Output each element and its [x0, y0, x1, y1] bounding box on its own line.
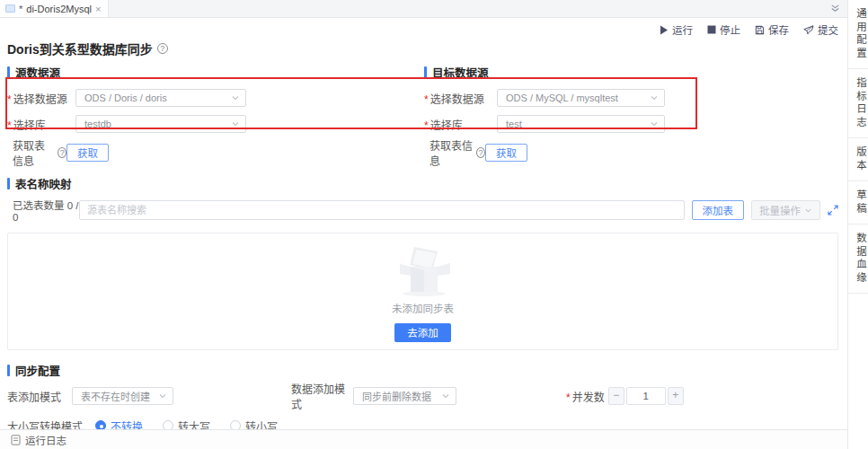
chevron-down-icon — [650, 93, 659, 102]
concurrency-input[interactable] — [626, 387, 666, 405]
task-type-icon — [5, 4, 15, 13]
stop-icon — [707, 25, 716, 34]
target-fetch-row: 获取表信息 ? 获取 — [424, 144, 847, 162]
source-db-row: *选择库 testdb — [7, 115, 424, 133]
tab-label: di-Doris2Mysql — [26, 4, 92, 14]
required-mark: * — [566, 392, 571, 404]
main-area: * di-Doris2Mysql × 运行 — [0, 0, 848, 449]
source-panel: 源数据源 *选择数据源 ODS / Doris / doris *选择库 tes… — [7, 65, 424, 162]
source-db-label: 选择库 — [13, 119, 46, 132]
radio-lowercase[interactable]: 转小写 — [230, 418, 278, 430]
sidebar-item-data-lineage[interactable]: 数据血缘 — [848, 224, 868, 294]
chevron-down-icon — [231, 93, 240, 102]
sync-mode-row: 表添加模式 表不存在时创建 数据添加模式 同步前删除数据 *并发数 − + — [7, 387, 847, 405]
content-area: 运行 停止 保存 — [0, 18, 847, 429]
sidebar-item-version[interactable]: 版本 — [848, 138, 868, 181]
submit-button[interactable]: 提交 — [803, 22, 838, 37]
section-accent-bar — [7, 178, 10, 189]
table-mapping-panel: 未添加同步表 去添加 — [7, 233, 838, 350]
help-icon[interactable]: ? — [58, 147, 66, 158]
data-add-mode-label: 数据添加模式 — [291, 381, 353, 411]
datasource-columns: 源数据源 *选择数据源 ODS / Doris / doris *选择库 tes… — [7, 65, 847, 162]
fullscreen-expand-icon[interactable] — [828, 205, 838, 216]
required-mark: * — [424, 119, 429, 132]
required-mark: * — [424, 93, 429, 106]
source-db-select[interactable]: testdb — [75, 115, 246, 133]
right-sidebar: 通用配置 指标日志 版本 草稿 数据血缘 — [848, 0, 868, 449]
sync-config-section-header: 同步配置 — [7, 363, 847, 377]
play-icon — [660, 25, 669, 35]
run-log-bar[interactable]: 运行日志 — [0, 429, 847, 449]
section-accent-bar — [7, 365, 10, 376]
table-search-input[interactable] — [79, 200, 685, 220]
target-datasource-row: *选择数据源 ODS / MySQL / mysqltest — [424, 89, 847, 107]
sidebar-item-draft[interactable]: 草稿 — [848, 181, 868, 224]
source-fetch-label: 获取表信息 — [13, 137, 54, 168]
run-log-label: 运行日志 — [25, 433, 66, 447]
table-add-mode-label: 表添加模式 — [7, 389, 72, 404]
radio-no-convert[interactable]: 不转换 — [95, 418, 143, 430]
mapping-section-header: 表名称映射 — [7, 176, 847, 190]
concurrency-label: 并发数 — [572, 392, 605, 404]
tab-close-icon[interactable]: × — [95, 4, 101, 14]
page-title: Doris到关系型数据库同步 ? — [7, 40, 847, 57]
case-mode-row: 大小写转换模式 不转换 转大写 转小写 — [7, 417, 847, 429]
radio-icon — [163, 420, 173, 429]
batch-operation-button[interactable]: 批量操作 — [751, 200, 820, 220]
target-fetch-label: 获取表信息 — [430, 137, 473, 168]
case-mode-label: 大小写转换模式 — [7, 418, 83, 430]
source-datasource-label: 选择数据源 — [13, 93, 67, 106]
target-fetch-button[interactable]: 获取 — [485, 144, 527, 162]
chevron-down-icon — [650, 119, 659, 128]
sidebar-item-general-config[interactable]: 通用配置 — [848, 0, 868, 69]
chevron-down-icon — [441, 392, 450, 401]
chevron-down-icon — [158, 392, 167, 401]
stepper-increase-button[interactable]: + — [668, 387, 684, 405]
empty-state-text: 未添加同步表 — [392, 301, 454, 315]
target-db-row: *选择库 test — [424, 115, 847, 133]
add-table-button[interactable]: 添加表 — [692, 200, 745, 220]
required-mark: * — [7, 119, 12, 132]
target-db-select[interactable]: test — [497, 115, 665, 133]
concurrency-stepper: − + — [608, 387, 684, 405]
unsaved-marker: * — [19, 4, 22, 14]
target-datasource-label: 选择数据源 — [430, 93, 484, 106]
radio-icon — [230, 420, 241, 429]
run-button[interactable]: 运行 — [660, 22, 693, 37]
help-icon[interactable]: ? — [157, 43, 168, 54]
help-icon[interactable]: ? — [476, 147, 485, 158]
section-accent-bar — [7, 66, 10, 78]
empty-box-illustration — [391, 242, 456, 297]
stepper-decrease-button[interactable]: − — [608, 387, 624, 405]
document-icon — [11, 435, 21, 445]
data-add-mode-select[interactable]: 同步前删除数据 — [353, 387, 456, 405]
go-add-button[interactable]: 去添加 — [394, 323, 451, 342]
section-accent-bar — [424, 66, 427, 78]
tab-bar: * di-Doris2Mysql × — [0, 0, 847, 18]
app-window: * di-Doris2Mysql × 运行 — [0, 0, 868, 449]
save-button[interactable]: 保存 — [755, 22, 789, 37]
sidebar-item-metrics-log[interactable]: 指标日志 — [848, 69, 868, 138]
selected-table-count: 已选表数量 0 / 0 — [7, 198, 79, 223]
source-datasource-select[interactable]: ODS / Doris / doris — [75, 89, 246, 107]
radio-uppercase[interactable]: 转大写 — [163, 418, 210, 430]
save-icon — [755, 25, 765, 35]
collapse-tabs-button[interactable] — [823, 0, 847, 17]
table-add-mode-select[interactable]: 表不存在时创建 — [72, 387, 173, 405]
paper-plane-icon — [803, 25, 814, 35]
source-fetch-button[interactable]: 获取 — [66, 144, 109, 162]
stop-button[interactable]: 停止 — [707, 22, 740, 37]
chevron-down-icon — [804, 207, 812, 215]
source-datasource-row: *选择数据源 ODS / Doris / doris — [7, 89, 424, 107]
source-fetch-row: 获取表信息 ? 获取 — [7, 144, 424, 162]
target-db-label: 选择库 — [430, 119, 463, 132]
action-toolbar: 运行 停止 保存 — [7, 18, 847, 38]
target-section-header: 目标数据源 — [424, 65, 847, 79]
chevron-double-down-icon — [830, 4, 840, 13]
target-datasource-select[interactable]: ODS / MySQL / mysqltest — [497, 89, 665, 107]
radio-icon — [95, 420, 106, 429]
tab-di-doris2mysql[interactable]: * di-Doris2Mysql × — [0, 0, 109, 17]
required-mark: * — [7, 93, 12, 106]
mapping-toolbar: 已选表数量 0 / 0 添加表 批量操作 — [7, 200, 847, 220]
case-mode-radio-group: 不转换 转大写 转小写 — [95, 418, 278, 430]
